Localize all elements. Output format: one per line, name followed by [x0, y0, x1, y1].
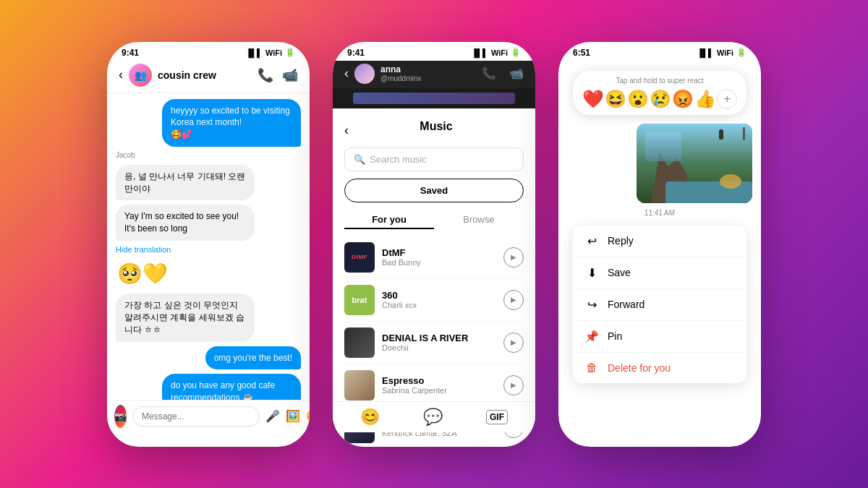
react-hint: Tap and hold to super react — [582, 77, 738, 85]
song-thumb-denial — [344, 328, 375, 358]
battery-icon-2: 🔋 — [511, 48, 521, 57]
play-button-espresso[interactable]: ▶ — [503, 375, 524, 395]
search-icon: 🔍 — [354, 154, 365, 165]
chat-messages: heyyyy so excited to be visiting Korea n… — [107, 93, 310, 419]
back-button[interactable]: ‹ — [119, 67, 123, 82]
message-bubble-out: heyyyy so excited to be visiting Korea n… — [162, 99, 301, 147]
chat-input-bar: 📷 🎤 🖼️ 😊 ➕ — [107, 400, 310, 432]
react-sad[interactable]: 😢 — [650, 89, 671, 109]
forward-icon: ↪ — [584, 298, 599, 312]
song-item-dtmf[interactable]: DtMF DtMF Bad Bunny ▶ — [344, 236, 524, 279]
song-title-espresso: Espresso — [382, 375, 496, 386]
mini-chat-header: ‹ anna @muddminx 📞 📹 — [333, 61, 535, 88]
person-decoration — [719, 129, 723, 140]
group-name: cousin crew — [158, 69, 252, 81]
react-angry[interactable]: 😡 — [672, 89, 694, 109]
delete-icon: 🗑 — [584, 361, 599, 374]
song-thumb-dtmf: DtMF — [344, 242, 375, 273]
save-label: Save — [608, 267, 631, 278]
play-button-denial[interactable]: ▶ — [503, 333, 524, 353]
blurred-image-preview — [333, 88, 535, 108]
song-info-dtmf: DtMF Bad Bunny — [382, 247, 496, 267]
mic-icon[interactable]: 🎤 — [265, 409, 280, 423]
battery-icon-3: 🔋 — [736, 48, 746, 57]
song-info-denial: DENIAL IS A RIVER Doechii — [382, 333, 496, 352]
message-bubble-out-2: omg you're the best! — [205, 346, 301, 370]
forward-action[interactable]: ↪ Forward — [573, 289, 746, 321]
wifi-icon: WiFi — [265, 48, 282, 57]
song-title-360: 360 — [382, 290, 496, 301]
song-item-360[interactable]: brat 360 Charli xcx ▶ — [344, 279, 524, 322]
status-bar-1: 9:41 ▐▌▌ WiFi 🔋 — [107, 42, 310, 61]
pin-action[interactable]: 📌 Pin — [573, 321, 746, 353]
song-title-denial: DENIAL IS A RIVER — [382, 333, 496, 343]
sticker-nav-icon[interactable]: 💬 — [423, 408, 443, 427]
message-bubble-in-2: Yay I'm so excited to see you! It's been… — [116, 205, 255, 241]
status-icons-3: ▐▌▌ WiFi 🔋 — [697, 48, 746, 57]
wifi-icon-2: WiFi — [491, 48, 508, 57]
song-title-dtmf: DtMF — [382, 247, 496, 258]
song-info-360: 360 Charli xcx — [382, 290, 496, 309]
phone-icon[interactable]: 📞 — [258, 67, 273, 83]
group-avatar: 👥 — [129, 64, 152, 87]
reply-action[interactable]: ↩ Reply — [573, 226, 746, 257]
emoji-bubble: 🥺💛 — [116, 258, 255, 289]
gif-button[interactable]: GIF — [486, 410, 508, 424]
mini-avatar — [354, 64, 375, 84]
forward-label: Forward — [608, 299, 644, 310]
battery-icon: 🔋 — [285, 48, 295, 57]
music-panel: ‹ Music 🔍 Search music Saved For you Bro… — [333, 108, 535, 447]
chat3-body: Tap and hold to super react ❤️ 😆 😮 😢 😡 👍… — [558, 61, 761, 392]
camera-button[interactable]: 📷 — [114, 405, 127, 428]
video-icon[interactable]: 📹 — [282, 67, 298, 83]
status-bar-2: 9:41 ▐▌▌ WiFi 🔋 — [333, 42, 535, 61]
phone-music: 9:41 ▐▌▌ WiFi 🔋 ‹ anna @muddminx 📞 📹 ‹ M… — [333, 42, 535, 447]
song-artist-360: Charli xcx — [382, 301, 496, 309]
search-music-bar[interactable]: 🔍 Search music — [344, 147, 524, 171]
tab-browse[interactable]: Browse — [434, 211, 524, 229]
mini-back-btn[interactable]: ‹ — [344, 66, 349, 81]
react-laugh[interactable]: 😆 — [605, 89, 626, 109]
time-2: 9:41 — [347, 48, 365, 58]
save-action[interactable]: ⬇ Save — [573, 257, 746, 289]
hide-translation-link[interactable]: Hide translation — [116, 245, 301, 254]
delete-label: Delete for you — [608, 362, 671, 374]
face-icon[interactable]: 😊 — [360, 408, 380, 427]
mini-video-icon[interactable]: 📹 — [509, 67, 524, 80]
react-thumbs[interactable]: 👍 — [694, 89, 716, 109]
status-bar-3: 6:51 ▐▌▌ WiFi 🔋 — [558, 42, 761, 61]
action-menu: ↩ Reply ⬇ Save ↪ Forward 📌 Pin 🗑 Delete … — [573, 226, 746, 383]
music-bottom-nav: 😊 💬 GIF — [333, 401, 535, 432]
input-action-buttons: 🎤 🖼️ 😊 ➕ — [265, 409, 310, 423]
saved-button[interactable]: Saved — [344, 179, 524, 202]
pin-icon: 📌 — [584, 330, 599, 343]
music-title: Music — [349, 120, 524, 133]
pin-label: Pin — [608, 330, 622, 342]
wifi-icon-3: WiFi — [717, 48, 733, 57]
play-button-dtmf[interactable]: ▶ — [503, 247, 524, 267]
message-input[interactable] — [132, 406, 260, 427]
delete-action[interactable]: 🗑 Delete for you — [573, 353, 746, 383]
time-1: 9:41 — [122, 48, 139, 58]
message-bubble-in-1: 응, 널 만나서 너무 기대돼! 오랜만이야 — [116, 165, 255, 201]
image-icon[interactable]: 🖼️ — [286, 409, 300, 423]
react-heart[interactable]: ❤️ — [582, 89, 604, 109]
chat-action-icons: 📞 📹 — [258, 67, 298, 83]
tab-for-you[interactable]: For you — [344, 211, 434, 229]
mini-chat-name: anna — [380, 64, 421, 74]
sender-label-jacob: Jacob — [116, 151, 301, 159]
sky-detail — [645, 132, 681, 161]
song-item-denial[interactable]: DENIAL IS A RIVER Doechii ▶ — [344, 322, 524, 364]
phone-chat: 9:41 ▐▌▌ WiFi 🔋 ‹ 👥 cousin crew 📞 📹 heyy… — [107, 42, 310, 447]
emoji-reaction-row: ❤️ 😆 😮 😢 😡 👍 + — [582, 89, 738, 109]
mini-phone-icon[interactable]: 📞 — [482, 67, 496, 80]
phone-react: 6:51 ▐▌▌ WiFi 🔋 Tap and hold to super re… — [558, 42, 761, 447]
cliff-image — [637, 124, 752, 203]
reply-icon: ↩ — [584, 234, 599, 248]
react-wow[interactable]: 😮 — [627, 89, 649, 109]
react-bar: Tap and hold to super react ❤️ 😆 😮 😢 😡 👍… — [573, 71, 746, 115]
sticker-icon[interactable]: 😊 — [306, 409, 310, 423]
more-reactions-button[interactable]: + — [717, 89, 737, 109]
time-3: 6:51 — [573, 48, 590, 58]
play-button-360[interactable]: ▶ — [503, 290, 524, 310]
